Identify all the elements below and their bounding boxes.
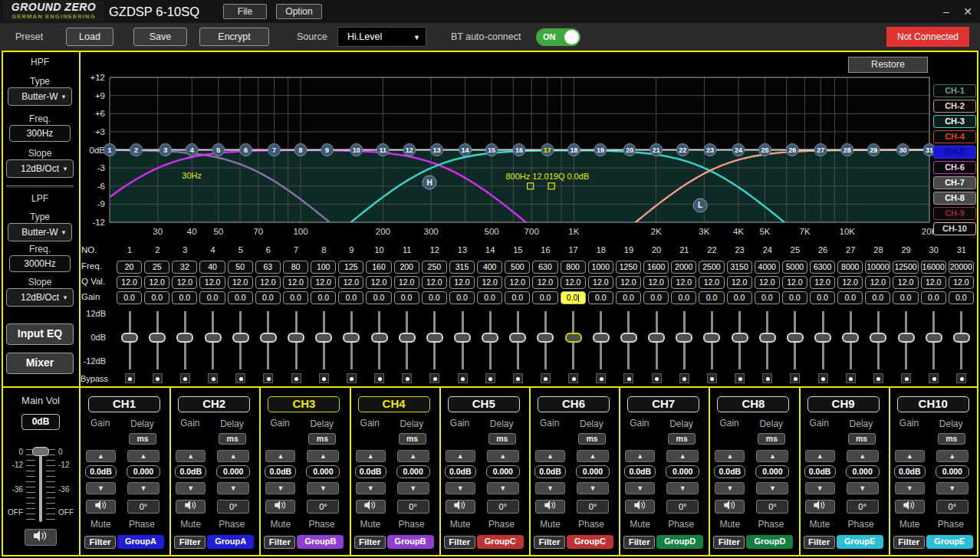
phase-value-ch1[interactable]: 0° [127, 500, 159, 514]
delay-unit-button-ch6[interactable]: ms [578, 433, 606, 445]
freq-cell-18[interactable]: 1000 [588, 261, 613, 274]
eq-slider-handle-27[interactable] [842, 333, 859, 343]
gain-value-ch2[interactable]: 0.0dB [175, 465, 206, 478]
eq-slider-handle-11[interactable] [399, 333, 416, 343]
gain-cell-27[interactable]: 0.0 [837, 291, 863, 304]
q-cell-19[interactable]: 12.0 [616, 276, 641, 289]
gain-cell-5[interactable]: 0.0 [228, 291, 253, 304]
q-cell-30[interactable]: 12.0 [921, 276, 946, 289]
q-cell-28[interactable]: 12.0 [865, 276, 890, 289]
freq-cell-1[interactable]: 20 [117, 261, 142, 274]
bypass-checkbox-19[interactable] [623, 373, 633, 383]
q-cell-1[interactable]: 12.0 [117, 276, 142, 289]
filter-button-ch3[interactable]: Filter [264, 536, 295, 549]
freq-cell-11[interactable]: 200 [394, 261, 419, 274]
freq-cell-17[interactable]: 800 [561, 261, 586, 274]
channel-title-ch8[interactable]: CH8 [717, 396, 789, 412]
phase-value-ch5[interactable]: 0° [487, 500, 519, 514]
q-cell-27[interactable]: 12.0 [837, 276, 863, 289]
mute-button-ch3[interactable] [265, 500, 295, 514]
q-cell-9[interactable]: 12.0 [338, 276, 363, 289]
bypass-checkbox-3[interactable] [180, 373, 190, 383]
delay-unit-button-ch1[interactable]: ms [129, 433, 156, 445]
delay-down-button-ch10[interactable]: ▼ [936, 482, 968, 494]
eq-slider-handle-8[interactable] [315, 333, 332, 343]
filter-button-ch10[interactable]: Filter [893, 536, 925, 549]
gain-down-button-ch10[interactable]: ▼ [895, 482, 925, 494]
freq-cell-21[interactable]: 2000 [671, 261, 696, 274]
gain-up-button-ch5[interactable]: ▲ [446, 450, 475, 462]
eq-slider-handle-12[interactable] [426, 333, 443, 343]
graph-channel-button-ch-2[interactable]: CH-2 [933, 100, 976, 113]
group-button-ch8[interactable]: GroupD [746, 535, 793, 549]
delay-up-button-ch1[interactable]: ▲ [127, 450, 159, 462]
delay-unit-button-ch7[interactable]: ms [668, 433, 696, 445]
freq-cell-3[interactable]: 32 [172, 261, 197, 274]
freq-cell-4[interactable]: 40 [199, 261, 225, 274]
gain-up-button-ch9[interactable]: ▲ [805, 450, 835, 462]
gain-cell-17[interactable]: 0.0 [561, 291, 586, 304]
delay-value-ch8[interactable]: 0.000 [755, 465, 789, 478]
bypass-checkbox-2[interactable] [153, 373, 163, 383]
gain-cell-23[interactable]: 0.0 [727, 291, 752, 304]
freq-cell-31[interactable]: 20000 [949, 261, 974, 274]
bt-autoconnect-toggle[interactable]: ON [536, 28, 580, 46]
q-cell-14[interactable]: 12.0 [477, 276, 502, 289]
delay-value-ch9[interactable]: 0.000 [846, 465, 880, 478]
gain-cell-7[interactable]: 0.0 [283, 291, 308, 304]
gain-cell-18[interactable]: 0.0 [588, 291, 613, 304]
mute-button-ch2[interactable] [176, 500, 206, 514]
delay-up-button-ch10[interactable]: ▲ [936, 450, 968, 462]
delay-up-button-ch9[interactable]: ▲ [847, 450, 879, 462]
bypass-checkbox-14[interactable] [485, 373, 495, 383]
channel-title-ch2[interactable]: CH2 [178, 396, 250, 412]
main-vol-slider-handle[interactable] [32, 447, 49, 456]
freq-cell-7[interactable]: 80 [283, 261, 308, 274]
eq-slider-handle-23[interactable] [732, 333, 748, 343]
gain-value-ch10[interactable]: 0.0dB [894, 465, 926, 478]
filter-button-ch2[interactable]: Filter [174, 536, 206, 549]
channel-title-ch4[interactable]: CH4 [358, 396, 430, 412]
phase-value-ch10[interactable]: 0° [936, 500, 968, 514]
eq-slider-handle-17[interactable] [565, 333, 582, 343]
eq-slider-handle-5[interactable] [232, 333, 249, 343]
eq-slider-handle-15[interactable] [509, 333, 526, 343]
gain-up-button-ch8[interactable]: ▲ [715, 450, 745, 462]
gain-down-button-ch1[interactable]: ▼ [86, 482, 116, 494]
delay-unit-button-ch5[interactable]: ms [488, 433, 516, 445]
filter-button-ch6[interactable]: Filter [534, 536, 565, 549]
gain-cell-25[interactable]: 0.0 [782, 291, 807, 304]
eq-slider-handle-24[interactable] [759, 333, 776, 343]
gain-cell-8[interactable]: 0.0 [311, 291, 336, 304]
delay-value-ch5[interactable]: 0.000 [486, 465, 520, 478]
q-cell-3[interactable]: 12.0 [172, 276, 197, 289]
graph-channel-button-ch-8[interactable]: CH-8 [933, 192, 976, 205]
lpf-freq-input[interactable]: 3000Hz [9, 255, 71, 272]
q-cell-12[interactable]: 12.0 [422, 276, 447, 289]
delay-down-button-ch2[interactable]: ▼ [217, 482, 249, 494]
freq-cell-24[interactable]: 4000 [755, 261, 780, 274]
freq-cell-8[interactable]: 100 [311, 261, 336, 274]
delay-up-button-ch6[interactable]: ▲ [577, 450, 609, 462]
gain-up-button-ch6[interactable]: ▲ [535, 450, 565, 462]
bypass-checkbox-16[interactable] [541, 373, 551, 383]
filter-button-ch5[interactable]: Filter [444, 536, 475, 549]
freq-cell-6[interactable]: 63 [255, 261, 281, 274]
gain-down-button-ch9[interactable]: ▼ [805, 482, 835, 494]
delay-value-ch10[interactable]: 0.000 [936, 465, 969, 478]
freq-cell-25[interactable]: 5000 [782, 261, 807, 274]
gain-down-button-ch6[interactable]: ▼ [535, 482, 565, 494]
gain-up-button-ch10[interactable]: ▲ [895, 450, 925, 462]
delay-unit-button-ch10[interactable]: ms [938, 433, 965, 445]
gain-cell-11[interactable]: 0.0 [394, 291, 419, 304]
freq-cell-5[interactable]: 50 [228, 261, 253, 274]
mute-button-ch4[interactable] [356, 500, 386, 514]
freq-cell-12[interactable]: 250 [422, 261, 447, 274]
bypass-checkbox-28[interactable] [873, 373, 883, 383]
mute-button-ch5[interactable] [446, 500, 475, 514]
mute-button-ch7[interactable] [625, 500, 655, 514]
filter-button-ch9[interactable]: Filter [804, 536, 835, 549]
delay-down-button-ch5[interactable]: ▼ [487, 482, 519, 494]
bypass-checkbox-13[interactable] [458, 373, 468, 383]
delay-down-button-ch9[interactable]: ▼ [847, 482, 879, 494]
